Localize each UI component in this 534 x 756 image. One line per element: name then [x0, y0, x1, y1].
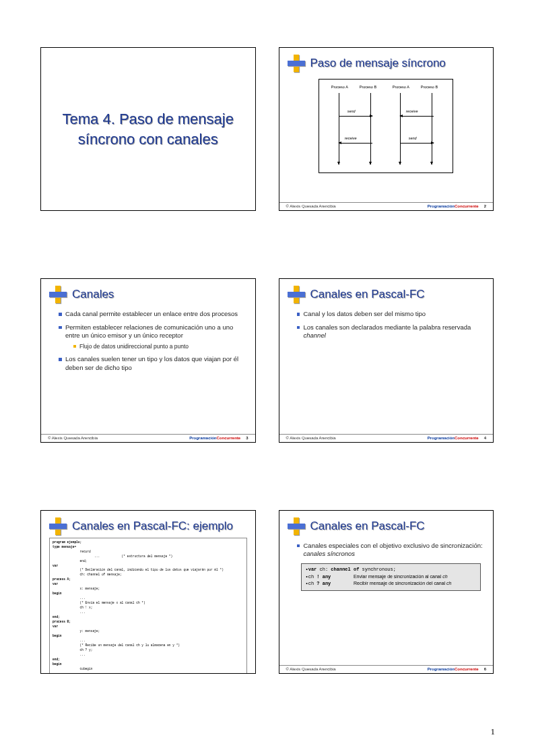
c: cobegin	[53, 667, 92, 670]
keyword: channel	[304, 332, 326, 339]
slide-4-heading: Canales en Pascal-FC	[288, 286, 486, 303]
label-proc-b: Proceso B	[421, 85, 438, 89]
t: ch	[446, 581, 451, 586]
c: process A;	[53, 577, 71, 581]
c: ...	[53, 639, 86, 642]
t: Enviar mensaje de sincronización al cana…	[354, 574, 442, 579]
cross-icon	[288, 286, 305, 303]
slide-6-footer: © Alexis Quesada Arencibia ProgramaciónC…	[279, 665, 494, 673]
c: ... (* estructura del mensaje *)	[53, 555, 172, 558]
footer-prog1: Programación	[428, 667, 455, 671]
slide-4: Canales en Pascal-FC Canal y los datos d…	[279, 278, 494, 442]
c: ch ? y;	[53, 648, 92, 652]
footer-prog1: Programación	[428, 436, 455, 440]
t: •ch	[306, 574, 317, 579]
c: begin	[53, 592, 62, 595]
slides-grid: Tema 4. Paso de mensaje síncrono con can…	[40, 47, 494, 674]
slide-5-title: Canales en Pascal-FC: ejemplo	[72, 519, 233, 533]
slide-3-heading: Canales	[49, 286, 247, 303]
t: ? any	[316, 581, 331, 586]
sub-bullets: Flujo de datos unidireccional punto a pu…	[65, 343, 247, 350]
label-receive: receive	[345, 136, 357, 140]
c: type mensaje=	[53, 545, 76, 548]
t: ! any	[316, 574, 331, 579]
bullet: Canales especiales con el objetivo exclu…	[297, 542, 486, 559]
sub-bullet: Flujo de datos unidireccional punto a pu…	[73, 343, 247, 350]
slide-3-title: Canales	[72, 288, 114, 301]
slide-6-heading: Canales en Pascal-FC	[288, 517, 486, 535]
slide-2-footer: © Alexis Quesada Arencibia ProgramaciónC…	[279, 202, 494, 210]
footer-prog2: Concurrente	[216, 436, 240, 440]
footer-prog2: Concurrente	[455, 204, 479, 208]
cross-icon	[49, 286, 67, 303]
label-proc-a: Proceso A	[331, 85, 348, 89]
c: ...	[53, 610, 86, 614]
slide-1: Tema 4. Paso de mensaje síncrono con can…	[40, 47, 256, 211]
timeline	[432, 93, 432, 164]
t: synchronous;	[362, 567, 396, 572]
arrow	[400, 143, 434, 144]
bullet: Cada canal permite establecer un enlace …	[59, 310, 247, 318]
c: ch ! x;	[53, 606, 92, 609]
footer-author: © Alexis Quesada Arencibia	[286, 667, 336, 671]
c: process B;	[53, 620, 71, 623]
diagram-right: Proceso A Proceso B receive send	[390, 85, 444, 167]
slide-4-pagenum: 4	[484, 436, 486, 440]
bullet-text: Permiten establecer relaciones de comuni…	[65, 323, 233, 339]
bullet: Los canales son declarados mediante la p…	[297, 323, 486, 340]
c: x: mensaje;	[53, 587, 100, 590]
c: end;	[53, 559, 87, 563]
slide-4-title: Canales en Pascal-FC	[310, 288, 425, 301]
c: var	[53, 582, 58, 586]
slide-1-title: Tema 4. Paso de mensaje síncrono con can…	[55, 109, 242, 149]
slide-1-body: Tema 4. Paso de mensaje síncrono con can…	[41, 48, 255, 210]
bullet-text: Los canales son declarados mediante la p…	[304, 323, 471, 331]
slide-6-title: Canales en Pascal-FC	[310, 519, 425, 533]
cross-icon	[288, 517, 305, 535]
c: end;	[53, 615, 60, 619]
cross-icon	[49, 517, 67, 535]
slide-3-footer: © Alexis Quesada Arencibia ProgramaciónC…	[41, 434, 255, 442]
c: record	[53, 550, 91, 553]
slide-5-body: Canales en Pascal-FC: ejemplo program ej…	[41, 511, 255, 674]
t: channel of	[331, 567, 362, 572]
diagram-left: Proceso A Proceso B send receive	[329, 85, 382, 167]
label-proc-b: Proceso B	[360, 85, 376, 89]
slide-3-bullets: Cada canal permite establecer un enlace …	[49, 310, 247, 372]
slide-3-body: Canales Cada canal permite establecer un…	[41, 279, 255, 433]
keyword: canales síncronos	[304, 550, 356, 557]
slide-5: Canales en Pascal-FC: ejemplo program ej…	[40, 510, 256, 674]
cross-icon	[288, 55, 305, 72]
timeline	[370, 93, 371, 164]
t: •var	[306, 567, 320, 572]
c: ...	[53, 596, 86, 600]
timeline	[400, 93, 401, 164]
slide-4-bullets: Canal y los datos deben ser del mismo ti…	[288, 310, 486, 340]
slide-2-heading: Paso de mensaje síncrono	[288, 55, 486, 72]
c: (* Envía el mensaje x al canal ch *)	[53, 601, 145, 604]
footer-author: © Alexis Quesada Arencibia	[286, 204, 336, 208]
slide-5-heading: Canales en Pascal-FC: ejemplo	[49, 517, 247, 535]
c: var	[53, 625, 58, 628]
t: ch:	[320, 567, 331, 572]
slide-6-pagenum: 6	[484, 667, 486, 671]
code-line: •ch ! any Enviar mensaje de sincronizaci…	[306, 573, 477, 580]
code-box: •var ch: channel of synchronous; •ch ! a…	[301, 563, 481, 590]
footer-prog2: Concurrente	[455, 667, 479, 671]
slide-6-bullets: Canales especiales con el objetivo exclu…	[288, 542, 486, 559]
label-receive: receive	[406, 109, 418, 113]
c: (* Declaración del canal, indicando el t…	[53, 568, 224, 571]
code-line: •var ch: channel of synchronous;	[306, 567, 477, 573]
slide-2-body: Paso de mensaje síncrono Proceso A Proce…	[279, 48, 494, 202]
arrow	[339, 116, 372, 117]
bullet: Permiten establecer relaciones de comuni…	[59, 323, 247, 351]
slide-4-body: Canales en Pascal-FC Canal y los datos d…	[279, 279, 494, 433]
c: begin	[53, 662, 62, 666]
c: begin	[53, 634, 62, 637]
arrow	[339, 143, 372, 144]
footer-author: © Alexis Quesada Arencibia	[48, 436, 98, 440]
c: var	[53, 564, 58, 567]
arrow	[400, 116, 434, 117]
label-proc-a: Proceso A	[393, 85, 409, 89]
code-line: •ch ? any Recibir mensaje de sincronizac…	[306, 580, 477, 587]
